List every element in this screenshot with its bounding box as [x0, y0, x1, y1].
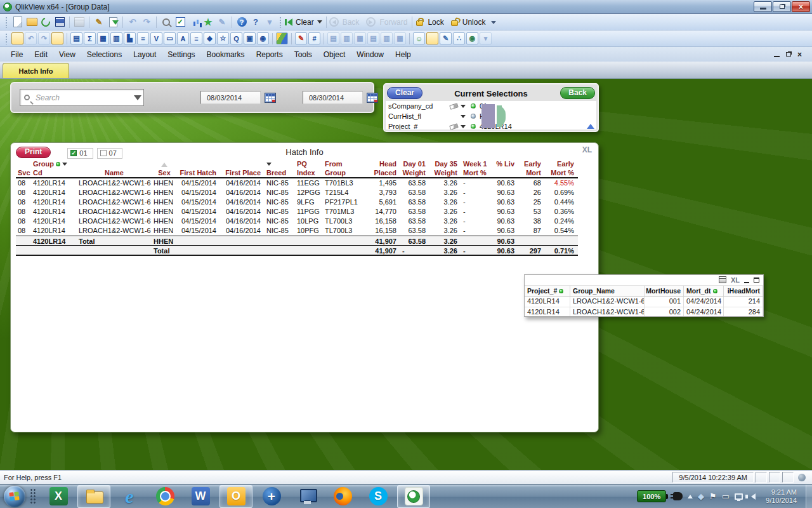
- cell-svc[interactable]: 08: [16, 217, 31, 226]
- mort-minimize-icon[interactable]: [744, 282, 749, 283]
- toolbar-grip[interactable]: [279, 17, 282, 28]
- column-header-day-01-weight[interactable]: Day 01Weight: [400, 159, 429, 177]
- menu-item-object[interactable]: Object: [318, 48, 351, 61]
- cell-pq-index[interactable]: 11EGG: [295, 178, 323, 188]
- cell-from-group[interactable]: TL700L3: [323, 226, 366, 236]
- mort-table-row[interactable]: 4120LR14LROACH1&2-WCW1-600104/24/2014214: [525, 297, 763, 307]
- date-from-input[interactable]: [200, 91, 261, 104]
- document-notes-icon[interactable]: [426, 32, 438, 44]
- taskbar-skype-button[interactable]: S: [362, 485, 395, 508]
- cell-breed[interactable]: NIC-85: [265, 178, 295, 188]
- cell-early-mort-pct[interactable]: 0.44%: [545, 197, 578, 207]
- print-button[interactable]: Print: [16, 147, 51, 158]
- column-header-head-placed[interactable]: HeadPlaced: [366, 159, 400, 177]
- cell-group-cd[interactable]: 4120LR14: [31, 188, 77, 197]
- cell-sex[interactable]: Total: [152, 246, 177, 255]
- cell-group-cd[interactable]: 4120LR14: [31, 197, 77, 207]
- cell-name[interactable]: LROACH1&2-WCW1-6: [77, 188, 152, 197]
- column-header-name[interactable]: Name: [77, 159, 152, 177]
- cell-svc[interactable]: 08: [16, 197, 31, 207]
- hatch-filter-07[interactable]: 07: [97, 148, 122, 159]
- cell-day-35-weight[interactable]: 3.26: [429, 178, 461, 188]
- cell-pct-liv[interactable]: 90.63: [493, 226, 518, 236]
- cell-pct-liv[interactable]: 90.63: [493, 188, 518, 197]
- add-bookmark-icon[interactable]: ★: [202, 16, 214, 29]
- cell-first-hatch[interactable]: 04/15/2014: [177, 197, 220, 207]
- chart-wizard-icon[interactable]: [276, 32, 288, 44]
- cell-day-01-weight[interactable]: 63.58: [400, 188, 429, 197]
- cell-group-cd[interactable]: 4120LR14: [31, 226, 77, 236]
- cell-sex[interactable]: HHEN: [152, 178, 177, 188]
- cell-sex[interactable]: HHEN: [152, 226, 177, 236]
- cell-week-1-mort[interactable]: -: [461, 197, 493, 207]
- cell-sex[interactable]: HHEN: [152, 207, 177, 217]
- subtotal-row[interactable]: 4120LR14TotalHHEN41,90763.583.2690.63: [16, 236, 578, 246]
- column-header-pct-liv[interactable]: % Liv: [493, 159, 518, 177]
- export-xl-button[interactable]: XL: [582, 145, 592, 154]
- cell-day-35-weight[interactable]: 3.26: [429, 246, 461, 255]
- export-sheet-icon[interactable]: [107, 16, 119, 29]
- cell-svc[interactable]: 08: [16, 188, 31, 197]
- taskbar-lync-button[interactable]: +: [255, 485, 288, 508]
- cell-first-place[interactable]: [220, 246, 265, 255]
- mort-cell-group-name[interactable]: LROACH1&2-WCW1-6: [570, 307, 645, 317]
- column-header-day-35-weight[interactable]: Day 35Weight: [429, 159, 461, 177]
- doc-minimize-icon[interactable]: [774, 56, 780, 57]
- add-sheet-icon[interactable]: [11, 32, 23, 44]
- taskbar-chrome-button[interactable]: [148, 485, 181, 508]
- mort-cell-iheadmort[interactable]: 214: [724, 297, 763, 307]
- cell-early-mort-pct[interactable]: 0.36%: [545, 207, 578, 217]
- context-help-icon[interactable]: ?: [249, 16, 262, 29]
- sort-dropdown-icon[interactable]: [266, 163, 272, 168]
- calendar-icon[interactable]: [265, 93, 276, 103]
- cell-early-mort[interactable]: 26: [518, 188, 545, 197]
- cell-sex[interactable]: HHEN: [152, 236, 177, 245]
- cell-first-hatch[interactable]: [177, 236, 220, 245]
- calendar-icon[interactable]: [367, 93, 378, 103]
- column-header-sex[interactable]: Sex: [152, 159, 177, 177]
- cell-breed[interactable]: NIC-85: [265, 197, 295, 207]
- cell-early-mort[interactable]: 68: [518, 178, 545, 188]
- cell-svc[interactable]: 08: [16, 226, 31, 236]
- cell-pct-liv[interactable]: 90.63: [493, 236, 518, 245]
- table-box-icon[interactable]: ▦: [97, 32, 109, 44]
- menu-item-bookmarks[interactable]: Bookmarks: [201, 48, 251, 61]
- taskbar-word-button[interactable]: W: [184, 485, 217, 508]
- cell-from-group[interactable]: T701BL3: [323, 178, 366, 188]
- cell-head-placed[interactable]: 1,495: [366, 178, 400, 188]
- cell-svc[interactable]: 08: [16, 207, 31, 217]
- cell-first-place[interactable]: 04/16/2014: [220, 197, 265, 207]
- mort-cell-morthouse[interactable]: 002: [645, 307, 684, 317]
- cell-first-place[interactable]: 04/16/2014: [220, 217, 265, 226]
- text-object-icon[interactable]: =: [137, 32, 149, 44]
- menu-item-selections[interactable]: Selections: [81, 48, 128, 61]
- container-object-icon[interactable]: ▣: [244, 32, 256, 44]
- mort-cell-project[interactable]: 4120LR14: [525, 307, 570, 317]
- cell-sex[interactable]: HHEN: [152, 188, 177, 197]
- cell-name[interactable]: LROACH1&2-WCW1-6: [77, 207, 152, 217]
- cell-breed[interactable]: NIC-85: [265, 217, 295, 226]
- taskbar-clock[interactable]: 9:21 AM 9/10/2014: [766, 488, 797, 505]
- selections-clear-button[interactable]: Clear: [387, 87, 422, 99]
- cell-week-1-mort[interactable]: -: [461, 217, 493, 226]
- mort-column-header-project[interactable]: Project_#: [525, 286, 570, 296]
- column-header-group-cd[interactable]: GroupCd: [31, 159, 77, 177]
- cell-head-placed[interactable]: 14,770: [366, 207, 400, 217]
- input-box-icon[interactable]: V: [150, 32, 162, 44]
- unlock-button[interactable]: Unlock: [450, 18, 488, 27]
- scroll-up-icon[interactable]: [587, 120, 594, 129]
- text-label-icon[interactable]: A: [177, 32, 189, 44]
- search-dropdown-icon[interactable]: [134, 95, 141, 104]
- eraser-icon[interactable]: [449, 103, 459, 110]
- mort-table-row[interactable]: 4120LR14LROACH1&2-WCW1-600204/24/2014284: [525, 307, 763, 317]
- cell-week-1-mort[interactable]: -: [461, 246, 493, 255]
- cell-svc[interactable]: [16, 236, 31, 245]
- cell-head-placed[interactable]: 3,793: [366, 188, 400, 197]
- cell-first-place[interactable]: [220, 236, 265, 245]
- cell-first-place[interactable]: 04/16/2014: [220, 207, 265, 217]
- cell-early-mort[interactable]: [518, 236, 545, 245]
- cell-name[interactable]: LROACH1&2-WCW1-6: [77, 226, 152, 236]
- menu-item-help[interactable]: Help: [390, 48, 417, 61]
- cell-pq-index[interactable]: 11PGG: [295, 207, 323, 217]
- cell-pct-liv[interactable]: 90.63: [493, 217, 518, 226]
